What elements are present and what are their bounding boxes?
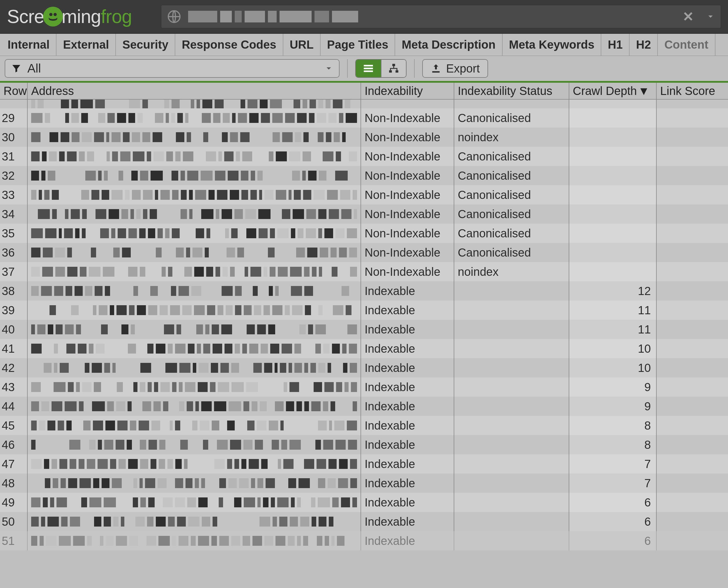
table-row[interactable]: 31Non-IndexableCanonicalised bbox=[0, 147, 728, 166]
tab-url[interactable]: URL bbox=[283, 34, 321, 56]
cell-link-score bbox=[657, 108, 728, 128]
cell-indexability-status bbox=[454, 281, 569, 300]
cell-indexability-status: Canonicalised bbox=[454, 243, 569, 262]
filter-dropdown[interactable]: All bbox=[5, 59, 340, 78]
cell-link-score bbox=[657, 128, 728, 147]
table-row[interactable]: 42Indexable10 bbox=[0, 358, 728, 377]
address-redacted bbox=[31, 170, 357, 181]
tree-view-button[interactable] bbox=[381, 60, 406, 77]
cell-indexability-status: Canonicalised bbox=[454, 108, 569, 128]
table-row[interactable]: 51Indexable6 bbox=[0, 531, 728, 550]
logo-text-scre: Scre bbox=[7, 6, 44, 27]
address-redacted bbox=[31, 267, 357, 277]
tab-h2[interactable]: H2 bbox=[629, 34, 658, 56]
cell-indexability: Indexable bbox=[361, 397, 454, 416]
table-row[interactable]: 35Non-IndexableCanonicalised bbox=[0, 224, 728, 243]
list-view-button[interactable] bbox=[356, 60, 381, 77]
cell-row: 44 bbox=[0, 397, 28, 416]
cell-link-score bbox=[657, 300, 728, 320]
address-redacted bbox=[31, 247, 357, 258]
address-redacted bbox=[31, 100, 357, 108]
address-redacted bbox=[31, 343, 357, 354]
tab-security[interactable]: Security bbox=[116, 34, 175, 56]
cell-row: 46 bbox=[0, 435, 28, 454]
table-row[interactable]: 37Non-Indexablenoindex bbox=[0, 262, 728, 281]
cell-link-score bbox=[657, 435, 728, 454]
cell-row: 48 bbox=[0, 474, 28, 493]
tab-external[interactable]: External bbox=[57, 34, 116, 56]
cell-address bbox=[28, 128, 361, 147]
cell-row: 50 bbox=[0, 512, 28, 531]
col-crawl-depth-label: Crawl Depth bbox=[573, 84, 637, 98]
cell-address bbox=[28, 281, 361, 300]
table-row[interactable]: 46Indexable8 bbox=[0, 435, 728, 454]
cell-indexability: Indexable bbox=[361, 300, 454, 320]
tab-meta-keywords[interactable]: Meta Keywords bbox=[502, 34, 601, 56]
cell-row: 45 bbox=[0, 416, 28, 435]
table-row[interactable]: 43Indexable9 bbox=[0, 377, 728, 397]
cell-row: 51 bbox=[0, 531, 28, 550]
col-address[interactable]: Address bbox=[28, 83, 361, 99]
tab-content[interactable]: Content bbox=[658, 34, 715, 56]
col-indexability[interactable]: Indexability bbox=[361, 83, 454, 99]
cell-row: 43 bbox=[0, 377, 28, 397]
address-redacted bbox=[31, 132, 357, 142]
col-link-score[interactable]: Link Score bbox=[657, 83, 728, 99]
separator bbox=[414, 59, 415, 78]
table-row[interactable]: 30Non-Indexablenoindex bbox=[0, 128, 728, 147]
tab-h1[interactable]: H1 bbox=[601, 34, 629, 56]
table-row[interactable]: 45Indexable8 bbox=[0, 416, 728, 435]
address-redacted bbox=[31, 324, 357, 335]
tab-response-codes[interactable]: Response Codes bbox=[175, 34, 283, 56]
cell-row: 49 bbox=[0, 493, 28, 512]
address-redacted bbox=[31, 286, 357, 296]
export-button[interactable]: Export bbox=[422, 59, 488, 78]
cell-address bbox=[28, 300, 361, 320]
cell-crawl-depth: 12 bbox=[569, 281, 657, 300]
cell-row: 39 bbox=[0, 300, 28, 320]
address-redacted bbox=[31, 536, 357, 546]
table-row[interactable]: 41Indexable10 bbox=[0, 339, 728, 358]
chevron-down-icon bbox=[324, 64, 333, 73]
table-row[interactable]: 36Non-IndexableCanonicalised bbox=[0, 243, 728, 262]
col-row[interactable]: Row bbox=[0, 83, 28, 99]
url-dropdown-icon[interactable] bbox=[706, 12, 715, 21]
cell-indexability-status bbox=[454, 454, 569, 474]
cell-address bbox=[28, 243, 361, 262]
col-crawl-depth[interactable]: Crawl Depth ▼ bbox=[569, 83, 657, 99]
table-row[interactable]: 49Indexable6 bbox=[0, 493, 728, 512]
url-input-bar[interactable]: ✕ bbox=[161, 5, 721, 28]
col-indexability-status[interactable]: Indexability Status bbox=[454, 83, 569, 99]
table-row[interactable]: 32Non-IndexableCanonicalised bbox=[0, 166, 728, 185]
tab-page-titles[interactable]: Page Titles bbox=[321, 34, 395, 56]
clear-url-icon[interactable]: ✕ bbox=[683, 9, 694, 24]
table-row[interactable]: 38Indexable12 bbox=[0, 281, 728, 300]
cell-indexability: Non-Indexable bbox=[361, 166, 454, 185]
table-row[interactable]: 47Indexable7 bbox=[0, 454, 728, 474]
app-logo: Scre ming frog bbox=[7, 6, 132, 27]
toolbar: All Export bbox=[0, 56, 728, 83]
tab-meta-description[interactable]: Meta Description bbox=[395, 34, 502, 56]
table-row[interactable]: 50Indexable6 bbox=[0, 512, 728, 531]
table-row[interactable]: 44Indexable9 bbox=[0, 397, 728, 416]
cell-crawl-depth bbox=[569, 185, 657, 205]
table-row[interactable] bbox=[0, 100, 728, 108]
table-row[interactable]: 39Indexable11 bbox=[0, 300, 728, 320]
svg-rect-9 bbox=[432, 71, 440, 73]
table-row[interactable]: 40Indexable11 bbox=[0, 320, 728, 339]
address-redacted bbox=[31, 228, 357, 238]
cell-crawl-depth bbox=[569, 108, 657, 128]
table-row[interactable]: 29Non-IndexableCanonicalised bbox=[0, 108, 728, 128]
cell-link-score bbox=[657, 166, 728, 185]
table-row[interactable]: 48Indexable7 bbox=[0, 474, 728, 493]
cell-indexability-status bbox=[454, 474, 569, 493]
cell-indexability-status bbox=[454, 531, 569, 550]
cell-indexability-status bbox=[454, 358, 569, 377]
table-row[interactable]: 33Non-IndexableCanonicalised bbox=[0, 185, 728, 205]
table-row[interactable]: 34Non-IndexableCanonicalised bbox=[0, 205, 728, 224]
cell-indexability: Indexable bbox=[361, 320, 454, 339]
filter-icon bbox=[11, 63, 22, 74]
cell-crawl-depth bbox=[569, 243, 657, 262]
tab-internal[interactable]: Internal bbox=[1, 34, 57, 56]
cell-link-score bbox=[657, 454, 728, 474]
